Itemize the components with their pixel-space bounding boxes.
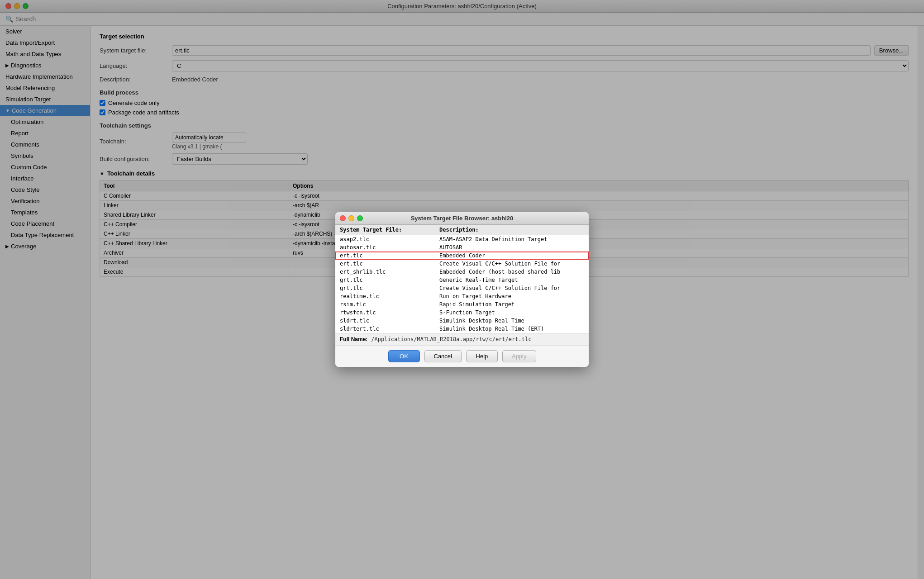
file-list-item[interactable]: ert_shrlib.tlcEmbedded Coder (host-based… [335,268,589,276]
file-name: rtwsfcn.tlc [340,309,439,316]
file-browser-header: System Target File: Description: [335,225,589,235]
file-list-item[interactable]: asap2.tlcASAM-ASAP2 Data Definition Targ… [335,235,589,243]
fullname-value: /Applications/MATLAB_R2018a.app/rtw/c/er… [371,336,531,342]
dialog-traffic-lights [340,215,363,221]
file-list-item[interactable]: grt.tlcGeneric Real-Time Target [335,276,589,284]
file-list-item[interactable]: rtwsfcn.tlcS-Function Target [335,308,589,317]
file-desc: Run on Target Hardware [439,293,584,299]
dialog-maximize-button[interactable] [357,215,363,221]
file-desc: Simulink Desktop Real-Time (ERT) [439,326,584,332]
fullname-bar: Full Name: /Applications/MATLAB_R2018a.a… [335,333,589,345]
file-name: ert.tlc [340,252,439,259]
file-name: rsim.tlc [340,301,439,308]
file-name: grt.tlc [340,285,439,291]
file-desc: Generic Real-Time Target [439,277,584,283]
dialog-body: System Target File: Description: asap2.t… [335,225,589,345]
file-list[interactable]: asap2.tlcASAM-ASAP2 Data Definition Targ… [335,235,589,333]
file-name: realtime.tlc [340,293,439,299]
file-list-item[interactable]: autosar.tlcAUTOSAR [335,243,589,252]
dialog-buttons: OK Cancel Help Apply [335,345,589,367]
system-target-dialog: System Target File Browser: asbhl20 Syst… [335,212,589,367]
file-name: sldrt.tlc [340,318,439,324]
file-list-item[interactable]: realtime.tlcRun on Target Hardware [335,292,589,300]
cancel-button[interactable]: Cancel [424,350,462,362]
file-list-item[interactable]: sldrt.tlcSimulink Desktop Real-Time [335,317,589,325]
file-list-item[interactable]: ert.tlcEmbedded Coder [335,252,589,260]
help-button[interactable]: Help [466,350,498,362]
file-list-item[interactable]: grt.tlcCreate Visual C/C++ Solution File… [335,284,589,292]
file-name: ert_shrlib.tlc [340,269,439,275]
file-name: autosar.tlc [340,244,439,251]
file-name: ert.tlc [340,261,439,267]
file-desc: ASAM-ASAP2 Data Definition Target [439,236,584,242]
file-name: sldrtert.tlc [340,326,439,332]
apply-button[interactable]: Apply [502,350,536,362]
col-desc-header: Description: [439,227,584,233]
fullname-label: Full Name: [340,336,367,342]
file-desc: Create Visual C/C++ Solution File for [439,285,584,291]
file-desc: Simulink Desktop Real-Time [439,318,584,324]
file-list-item[interactable]: sldrtert.tlcSimulink Desktop Real-Time (… [335,325,589,333]
dialog-overlay: System Target File Browser: asbhl20 Syst… [0,0,924,579]
file-desc: Embedded Coder [439,252,584,259]
file-name: asap2.tlc [340,236,439,242]
file-name: grt.tlc [340,277,439,283]
ok-button[interactable]: OK [388,350,420,362]
file-desc: Create Visual C/C++ Solution File for [439,261,584,267]
file-list-item[interactable]: rsim.tlcRapid Simulation Target [335,300,589,308]
file-desc: AUTOSAR [439,244,584,251]
dialog-titlebar: System Target File Browser: asbhl20 [335,212,589,225]
col-file-header: System Target File: [340,227,439,233]
file-list-item[interactable]: ert.tlcCreate Visual C/C++ Solution File… [335,260,589,268]
file-desc: Rapid Simulation Target [439,301,584,308]
file-desc: Embedded Coder (host-based shared lib [439,269,584,275]
dialog-close-button[interactable] [340,215,346,221]
dialog-title: System Target File Browser: asbhl20 [411,215,514,222]
dialog-minimize-button[interactable] [348,215,354,221]
file-desc: S-Function Target [439,309,584,316]
